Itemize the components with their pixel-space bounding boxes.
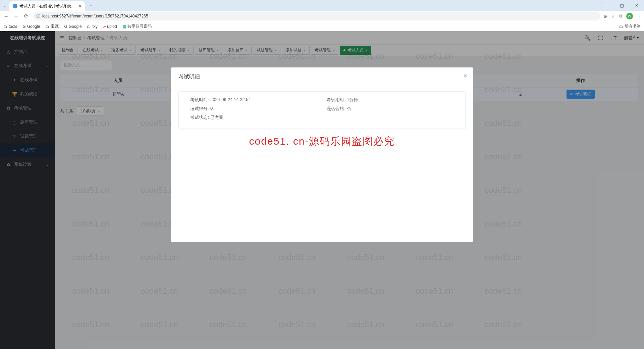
- bookmark-shared[interactable]: ▦共享账号密码: [122, 23, 152, 29]
- forward-icon[interactable]: →: [13, 13, 19, 19]
- site-info-icon[interactable]: ⓘ: [36, 13, 40, 19]
- close-window-icon[interactable]: ✕: [629, 3, 644, 8]
- folder-icon: 🗀: [619, 24, 623, 29]
- window-controls: — ▢ ✕: [600, 3, 644, 8]
- modal-overlay[interactable]: 考试明细 ✕ 考试时间:2024-06-24 14:22:54考试用时:1分钟考…: [0, 31, 644, 349]
- exam-detail-modal: 考试明细 ✕ 考试时间:2024-06-24 14:22:54考试用时:1分钟考…: [171, 67, 473, 242]
- back-icon[interactable]: ←: [3, 13, 9, 19]
- extensions-icon[interactable]: ⧉: [619, 13, 622, 19]
- detail-label: 考试时间:: [185, 97, 209, 103]
- folder-icon: 🗀: [87, 24, 91, 29]
- detail-label: 考试状态:: [185, 114, 209, 120]
- translate-icon[interactable]: ⊕: [603, 14, 607, 19]
- tab-bar: ⌄ 考试人员 - 在线培训考试系统 ✕ + — ▢ ✕: [0, 0, 644, 11]
- new-tab-button[interactable]: +: [87, 2, 95, 8]
- url-text: localhost:9527/#/exam/exam/users/1587621…: [42, 14, 148, 18]
- detail-value: 0: [210, 106, 213, 112]
- folder-icon: 🗀: [3, 24, 7, 29]
- google-icon: G: [22, 24, 25, 29]
- modal-title: 考试明细: [171, 67, 473, 87]
- detail-label: 考试得分:: [185, 106, 209, 112]
- detail-label: 是否合格:: [322, 106, 345, 112]
- detail-value: 否: [347, 106, 351, 112]
- detail-value: 1分钟: [347, 97, 358, 103]
- detail-value: 2024-06-24 14:22:54: [210, 97, 251, 103]
- detail-value: 已考完: [210, 114, 223, 120]
- sheet-icon: ▦: [122, 24, 126, 29]
- bookmark-google2[interactable]: GGoogle: [64, 24, 82, 29]
- favicon-icon: [13, 4, 17, 8]
- detail-card: 考试时间:2024-06-24 14:22:54考试用时:1分钟考试得分:0是否…: [178, 91, 466, 129]
- tab-close-icon[interactable]: ✕: [78, 4, 82, 8]
- folder-icon: 🗀: [45, 24, 49, 29]
- address-bar-icons: ⊕ ☆ ⧉ W ⋮: [603, 13, 641, 19]
- maximize-icon[interactable]: ▢: [614, 3, 629, 8]
- bookmark-google1[interactable]: GGoogle: [22, 24, 40, 29]
- minimize-icon[interactable]: —: [600, 3, 614, 8]
- app-root: code51.cncode51.cncode51.cncode51.cncode…: [0, 31, 644, 349]
- browser-tab[interactable]: 考试人员 - 在线培训考试系统 ✕: [9, 1, 85, 11]
- tab-title: 考试人员 - 在线培训考试系统: [19, 3, 71, 9]
- url-input[interactable]: ⓘ localhost:9527/#/exam/exam/users/15876…: [33, 12, 600, 20]
- reload-icon[interactable]: ⟳: [23, 13, 30, 19]
- upload-icon: ∞: [103, 24, 106, 29]
- modal-close-icon[interactable]: ✕: [463, 73, 468, 79]
- detail-label: 考试用时:: [322, 97, 345, 103]
- bookmark-baozang[interactable]: 🗀宝藏: [45, 23, 59, 29]
- tabs-dropdown-icon[interactable]: ⌄: [3, 3, 9, 8]
- bookmark-bar: 🗀tools GGoogle 🗀宝藏 GGoogle 🗀txy ∞uplod ▦…: [0, 21, 644, 31]
- watermark-slogan: code51. cn-源码乐园盗图必究: [249, 135, 395, 148]
- bookmark-uplod[interactable]: ∞uplod: [103, 24, 117, 29]
- google-icon: G: [64, 24, 67, 29]
- profile-avatar[interactable]: W: [626, 13, 633, 19]
- address-bar: ← → ⟳ ⓘ localhost:9527/#/exam/exam/users…: [0, 11, 644, 21]
- menu-icon[interactable]: ⋮: [637, 14, 641, 19]
- bookmark-tools[interactable]: 🗀tools: [3, 24, 17, 29]
- bookmark-star-icon[interactable]: ☆: [611, 14, 615, 19]
- browser-chrome: ⌄ 考试人员 - 在线培训考试系统 ✕ + — ▢ ✕ ← → ⟳ ⓘ loca…: [0, 0, 644, 31]
- all-bookmarks[interactable]: 🗀所有书签: [619, 23, 641, 29]
- bookmark-txy[interactable]: 🗀txy: [87, 24, 97, 29]
